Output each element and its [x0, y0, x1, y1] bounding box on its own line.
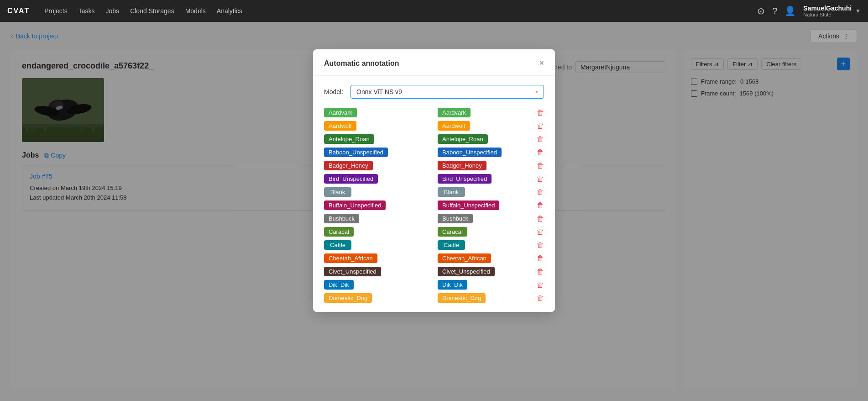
left-label-badge: Cheetah_African	[324, 253, 377, 263]
left-label-row: Cattle	[324, 240, 430, 250]
delete-label-icon[interactable]: 🗑	[537, 162, 544, 170]
left-label-row: Antelope_Roan	[324, 134, 430, 144]
delete-label-icon[interactable]: 🗑	[537, 268, 544, 276]
right-label-badge: Baboon_Unspecified	[438, 148, 502, 157]
left-label-row: Bushbuck	[324, 214, 430, 223]
top-navigation: CVAT Projects Tasks Jobs Cloud Storages …	[0, 0, 868, 22]
right-label-row: Dik_Dik🗑	[438, 280, 544, 290]
left-label-badge: Badger_Honey	[324, 161, 373, 170]
left-label-row: Badger_Honey	[324, 161, 430, 170]
github-icon[interactable]: ⊙	[757, 5, 765, 16]
right-label-badge: Buffalo_Unspecified	[438, 200, 499, 210]
left-label-row: Blank	[324, 187, 430, 197]
delete-label-icon[interactable]: 🗑	[537, 188, 544, 196]
right-label-badge: Aardvark	[438, 108, 471, 117]
labels-grid: AardvarkAardwolfAntelope_RoanBaboon_Unsp…	[324, 108, 544, 303]
delete-label-icon[interactable]: 🗑	[537, 281, 544, 289]
right-label-badge: Bushbuck	[438, 214, 473, 223]
right-label-row: Bird_Unspecified🗑	[438, 174, 544, 184]
nav-tasks[interactable]: Tasks	[78, 7, 95, 15]
model-select-arrow-icon: ▾	[535, 89, 538, 95]
app-logo: CVAT	[7, 7, 30, 15]
left-label-row: Baboon_Unspecified	[324, 148, 430, 157]
right-label-row: Buffalo_Unspecified🗑	[438, 200, 544, 210]
nav-analytics[interactable]: Analytics	[217, 7, 242, 15]
modal-close-button[interactable]: ×	[539, 58, 544, 68]
right-label-badge: Dik_Dik	[438, 280, 467, 290]
nav-cloud-storages[interactable]: Cloud Storages	[130, 7, 174, 15]
delete-label-icon[interactable]: 🗑	[537, 135, 544, 143]
left-label-row: Bird_Unspecified	[324, 174, 430, 184]
right-label-badge: Badger_Honey	[438, 161, 486, 170]
user-org: NaturalState	[803, 12, 852, 17]
left-label-row: Domestic_Dog	[324, 293, 430, 303]
left-label-row: Buffalo_Unspecified	[324, 200, 430, 210]
nav-projects[interactable]: Projects	[44, 7, 68, 15]
nav-models[interactable]: Models	[185, 7, 206, 15]
delete-label-icon[interactable]: 🗑	[537, 201, 544, 210]
delete-label-icon[interactable]: 🗑	[537, 228, 544, 236]
delete-label-icon[interactable]: 🗑	[537, 254, 544, 263]
nav-jobs[interactable]: Jobs	[106, 7, 120, 15]
right-label-badge: Bird_Unspecified	[438, 174, 492, 184]
right-label-badge: Caracal	[438, 227, 467, 237]
right-label-row: Domestic_Dog🗑	[438, 293, 544, 303]
automatic-annotation-modal: Automatic annotation × Model: Onnx ViT N…	[313, 49, 555, 312]
left-label-badge: Antelope_Roan	[324, 134, 374, 144]
delete-label-icon[interactable]: 🗑	[537, 122, 544, 130]
left-label-badge: Civet_Unspecified	[324, 267, 381, 276]
delete-label-icon[interactable]: 🗑	[537, 241, 544, 249]
help-icon[interactable]: ?	[772, 6, 777, 16]
right-label-row: Badger_Honey🗑	[438, 161, 544, 170]
left-label-row: Dik_Dik	[324, 280, 430, 290]
right-label-row: Bushbuck🗑	[438, 214, 544, 223]
left-label-row: Aardvark	[324, 108, 430, 117]
right-label-badge: Cheetah_African	[438, 253, 491, 263]
user-info: SamuelGachuhi NaturalState	[803, 5, 852, 17]
left-label-badge: Bird_Unspecified	[324, 174, 378, 184]
left-label-badge: Blank	[324, 187, 351, 197]
left-label-badge: Caracal	[324, 227, 354, 237]
user-chevron-icon: ▼	[855, 8, 861, 14]
topnav-right: ⊙ ? 👤 SamuelGachuhi NaturalState ▼	[757, 5, 861, 17]
modal-overlay: Automatic annotation × Model: Onnx ViT N…	[0, 22, 868, 401]
model-value: Onnx ViT NS v9	[356, 88, 402, 95]
delete-label-icon[interactable]: 🗑	[537, 175, 544, 183]
left-label-badge: Aardwolf	[324, 121, 356, 131]
modal-title: Automatic annotation	[324, 59, 399, 68]
right-label-badge: Antelope_Roan	[438, 134, 488, 144]
left-label-badge: Bushbuck	[324, 214, 359, 223]
delete-label-icon[interactable]: 🗑	[537, 148, 544, 157]
left-label-row: Aardwolf	[324, 121, 430, 131]
user-menu[interactable]: SamuelGachuhi NaturalState ▼	[803, 5, 861, 17]
left-label-badge: Aardvark	[324, 108, 357, 117]
model-select-dropdown[interactable]: Onnx ViT NS v9 ▾	[350, 85, 544, 99]
right-label-row: Civet_Unspecified🗑	[438, 267, 544, 276]
user-name: SamuelGachuhi	[803, 5, 852, 12]
left-label-badge: Baboon_Unspecified	[324, 148, 388, 157]
right-label-row: Aardvark🗑	[438, 108, 544, 117]
model-selector-row: Model: Onnx ViT NS v9 ▾	[324, 85, 544, 99]
right-labels-column: Aardvark🗑Aardwolf🗑Antelope_Roan🗑Baboon_U…	[438, 108, 544, 303]
left-labels-column: AardvarkAardwolfAntelope_RoanBaboon_Unsp…	[324, 108, 430, 303]
right-label-badge: Aardwolf	[438, 121, 470, 131]
right-label-badge: Blank	[438, 187, 465, 197]
right-label-row: Caracal🗑	[438, 227, 544, 237]
model-label: Model:	[324, 88, 343, 95]
delete-label-icon[interactable]: 🗑	[537, 215, 544, 223]
delete-label-icon[interactable]: 🗑	[537, 109, 544, 117]
modal-header: Automatic annotation ×	[313, 49, 555, 76]
right-label-badge: Cattle	[438, 240, 465, 250]
modal-body: Model: Onnx ViT NS v9 ▾ AardvarkAardwolf…	[313, 76, 555, 312]
left-label-badge: Dik_Dik	[324, 280, 354, 290]
right-label-badge: Civet_Unspecified	[438, 267, 495, 276]
right-label-row: Cheetah_African🗑	[438, 253, 544, 263]
right-label-row: Cattle🗑	[438, 240, 544, 250]
left-label-badge: Buffalo_Unspecified	[324, 200, 386, 210]
left-label-badge: Domestic_Dog	[324, 293, 372, 303]
delete-label-icon[interactable]: 🗑	[537, 294, 544, 302]
user-icon: 👤	[784, 5, 796, 16]
right-label-row: Blank🗑	[438, 187, 544, 197]
left-label-row: Caracal	[324, 227, 430, 237]
left-label-badge: Cattle	[324, 240, 351, 250]
